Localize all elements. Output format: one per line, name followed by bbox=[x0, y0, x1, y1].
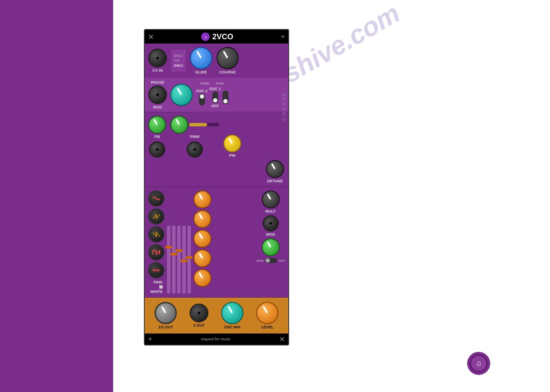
footer-text: request for music bbox=[201, 337, 231, 341]
two-out-group: 2 OUT bbox=[190, 304, 208, 328]
square-wave-button[interactable] bbox=[148, 244, 164, 260]
phase-teal-indicator bbox=[177, 87, 182, 95]
glide-knob[interactable] bbox=[190, 47, 212, 69]
output-section: 1/2 OUT 2 OUT OSC MIX LEVE bbox=[145, 298, 288, 333]
half-out-group: 1/2 OUT bbox=[155, 302, 177, 329]
two-out-label: 2 OUT bbox=[193, 323, 205, 328]
slider-2[interactable] bbox=[172, 225, 176, 294]
fm-indicator bbox=[153, 119, 158, 125]
off-label: OFF bbox=[211, 104, 219, 108]
glide-group: GLIDE bbox=[190, 47, 212, 74]
osc-selector[interactable]: OSC2 1+2 OSC1 bbox=[171, 50, 186, 72]
footer-close-button[interactable]: ✕ bbox=[279, 335, 285, 343]
osc2-toggle[interactable] bbox=[199, 94, 205, 105]
phase-mod-row: PHASE MOD FIXED SYNC OSC 2 bbox=[145, 78, 288, 112]
mult-knob[interactable] bbox=[262, 190, 280, 208]
socket-inner bbox=[156, 56, 159, 60]
detune-label: DETUNE bbox=[267, 179, 283, 183]
fixed-label: FIXED bbox=[200, 82, 209, 85]
osc1-option[interactable]: OSC1 bbox=[174, 63, 183, 68]
pwm-slider-fill bbox=[189, 123, 207, 126]
pw-knob[interactable] bbox=[223, 135, 241, 152]
osc-mix-knob-3[interactable] bbox=[193, 230, 211, 248]
coarse-indicator bbox=[222, 50, 228, 59]
white-noise-indicator bbox=[159, 285, 163, 289]
ana-dig-toggle: ANA DIG bbox=[256, 258, 285, 263]
sync-toggle[interactable] bbox=[222, 91, 228, 104]
add-button[interactable]: + bbox=[281, 33, 285, 41]
synth-module: ✕ ♫ 2VCO + CV IN OSC2 1+2 OSC1 bbox=[144, 29, 289, 345]
mult-label: MULT bbox=[265, 209, 275, 214]
pink-white-labels: PINK WHITE bbox=[148, 280, 164, 294]
phase-group: PHASE MOD bbox=[148, 80, 167, 109]
slider-1[interactable] bbox=[167, 225, 170, 294]
osc12-option[interactable]: 1+2 bbox=[174, 58, 180, 63]
pwm-slider-track[interactable] bbox=[189, 123, 219, 126]
phase-teal-knob[interactable] bbox=[170, 84, 193, 106]
osc-mix-group: OSC MIX bbox=[221, 302, 243, 329]
cv-in-socket[interactable] bbox=[148, 49, 167, 67]
fm-pwm-section: FM PWM bbox=[145, 112, 288, 187]
logo-inner: ♫ bbox=[470, 354, 488, 372]
osc-mix-knob-4[interactable] bbox=[193, 249, 211, 267]
sync-toggle-thumb bbox=[223, 99, 228, 103]
pwm-knob[interactable] bbox=[170, 116, 188, 134]
mod-socket[interactable] bbox=[263, 215, 279, 231]
osc2-option[interactable]: OSC2 bbox=[174, 53, 183, 58]
osc-mix-knob-2[interactable] bbox=[193, 210, 211, 228]
level-group: LEVEL bbox=[256, 302, 278, 329]
osc-mix-knob[interactable] bbox=[221, 302, 243, 324]
pink-noise-button[interactable] bbox=[148, 262, 164, 278]
ana-dig-switch[interactable] bbox=[265, 258, 277, 263]
title-text: 2VCO bbox=[212, 32, 233, 41]
fixed-sync-group: FIXED SYNC OSC 2 OSC 1 bbox=[196, 82, 228, 108]
left-panel bbox=[0, 0, 113, 392]
coarse-knob[interactable] bbox=[216, 47, 239, 69]
detune-group: DETUNE bbox=[266, 160, 284, 183]
two-out-socket[interactable] bbox=[190, 304, 208, 322]
glide-label: GLIDE bbox=[195, 70, 207, 74]
phase-socket[interactable] bbox=[148, 85, 167, 104]
sine-wave-button[interactable] bbox=[148, 190, 164, 207]
fm-knob[interactable] bbox=[148, 116, 166, 134]
mult-mod-col: MULT MOD ANA bbox=[256, 190, 285, 294]
pwm-socket[interactable] bbox=[187, 141, 203, 158]
coarse-label: COARSE bbox=[219, 70, 236, 74]
cv-in-label: CV IN bbox=[152, 68, 163, 73]
slider-3[interactable] bbox=[177, 225, 181, 294]
mod-socket-label: MOD bbox=[266, 232, 275, 237]
footer-add-button[interactable]: + bbox=[148, 335, 152, 343]
vertical-sliders bbox=[167, 190, 191, 294]
osc1-toggle[interactable] bbox=[212, 91, 218, 103]
half-out-knob[interactable] bbox=[155, 302, 177, 324]
fm-socket[interactable] bbox=[149, 141, 165, 158]
waveform-modulator-section: PINK WHITE bbox=[145, 187, 288, 298]
level-knob[interactable] bbox=[256, 302, 278, 324]
glide-indicator bbox=[196, 50, 202, 59]
phase-label: PHASE bbox=[151, 80, 164, 85]
osc-mix-knob-5[interactable] bbox=[193, 269, 211, 287]
cv-in-group: CV IN bbox=[148, 49, 167, 73]
detune-indicator bbox=[271, 163, 276, 170]
detune-knob[interactable] bbox=[266, 160, 284, 178]
pw-label: PW bbox=[229, 153, 236, 158]
sawtooth-wave-button[interactable] bbox=[148, 208, 164, 225]
sync-label: SYNC bbox=[216, 82, 224, 85]
osc2-toggle-thumb bbox=[200, 94, 204, 99]
orange-knobs-col bbox=[193, 190, 211, 294]
dig-label: DIG bbox=[279, 259, 285, 263]
osc2-toggle-label: OSC 2 bbox=[196, 89, 208, 93]
slider-4[interactable] bbox=[182, 225, 186, 294]
slider-5[interactable] bbox=[187, 225, 191, 294]
osc-mix-knob-1[interactable] bbox=[193, 190, 211, 208]
reverse-saw-wave-button[interactable] bbox=[148, 226, 164, 243]
module-header: ✕ ♫ 2VCO + bbox=[145, 30, 288, 44]
pwm-indicator bbox=[176, 119, 180, 125]
pwm-label: PWM bbox=[190, 135, 199, 139]
green-mod-knob[interactable] bbox=[262, 238, 280, 256]
half-out-label: 1/2 OUT bbox=[158, 325, 173, 329]
osc-mix-label: OSC MIX bbox=[224, 325, 240, 329]
close-button[interactable]: ✕ bbox=[148, 33, 154, 41]
pwm-group: PWM bbox=[170, 116, 219, 158]
pw-group: PW bbox=[223, 135, 241, 158]
